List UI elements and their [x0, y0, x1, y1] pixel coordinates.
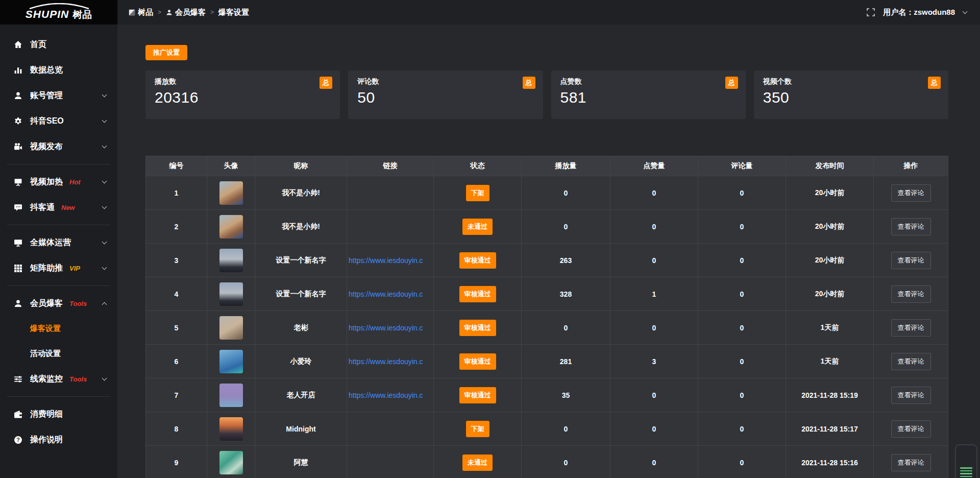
stat-card-comments: 评论数 50 总	[348, 70, 543, 119]
view-comments-button[interactable]: 查看评论	[891, 319, 931, 337]
table-row: 8Midnight下架0002021-11-28 15:17查看评论	[146, 412, 948, 445]
view-comments-button[interactable]: 查看评论	[891, 454, 931, 471]
column-header: 发布时间	[786, 156, 874, 176]
status-button[interactable]: 未通过	[462, 219, 493, 235]
user-icon	[13, 91, 22, 100]
avatar-cell	[207, 244, 255, 277]
vip-badge: VIP	[69, 265, 80, 272]
stat-card-plays: 播放数 20316 总	[145, 70, 340, 119]
column-header: 播放量	[522, 156, 610, 176]
plays-cell: 0	[522, 210, 610, 243]
status-button[interactable]: 下架	[466, 185, 489, 201]
action-cell: 查看评论	[874, 446, 948, 478]
fullscreen-icon[interactable]	[867, 8, 875, 16]
status-button[interactable]: 审核通过	[459, 320, 496, 336]
sidebar-item-matrix-boost[interactable]: 矩阵助推 VIP	[0, 255, 117, 281]
view-comments-button[interactable]: 查看评论	[891, 353, 931, 370]
plays-cell: 328	[522, 277, 610, 310]
sidebar-item-omni-media[interactable]: 全媒体运营	[0, 230, 117, 255]
status-button[interactable]: 审核通过	[459, 387, 496, 403]
row-number-cell: 6	[146, 345, 207, 378]
widget-bar	[960, 476, 972, 477]
avatar	[219, 384, 243, 407]
plays-cell: 0	[522, 446, 610, 478]
sidebar-subitem-baoke-settings[interactable]: 爆客设置	[0, 316, 117, 341]
breadcrumb-item-member[interactable]: 会员爆客	[166, 8, 206, 17]
likes-cell: 0	[610, 311, 698, 344]
view-comments-button[interactable]: 查看评论	[891, 285, 931, 303]
sidebar-divider	[7, 396, 110, 397]
likes-cell: 1	[610, 277, 698, 310]
link-cell: https://www.iesdouyin.c	[347, 345, 434, 378]
table-body: 1我不是小帅!下架00020小时前查看评论2我不是小帅!未通过00020小时前查…	[146, 176, 948, 478]
status-button[interactable]: 审核通过	[459, 353, 496, 370]
publish-time-cell: 20小时前	[786, 176, 874, 209]
status-button[interactable]: 审核通过	[459, 286, 496, 302]
video-link[interactable]: https://www.iesdouyin.c	[349, 324, 423, 332]
column-header: 评论量	[698, 156, 786, 176]
sidebar-item-video-publish[interactable]: 视频发布	[0, 134, 117, 159]
sidebar-item-doketong[interactable]: 抖客通 New	[0, 195, 117, 220]
row-number-cell: 8	[146, 412, 207, 445]
sidebar-item-data-overview[interactable]: 数据总览	[0, 57, 117, 83]
status-button[interactable]: 审核通过	[459, 252, 496, 269]
promotion-settings-button[interactable]: 推广设置	[145, 45, 187, 60]
chevron-down-icon[interactable]	[963, 9, 968, 14]
view-comments-button[interactable]: 查看评论	[891, 387, 931, 404]
video-link[interactable]: https://www.iesdouyin.c	[349, 357, 423, 366]
stat-value: 50	[357, 89, 533, 106]
nickname-cell: 设置一个新名字	[255, 277, 347, 310]
bar-chart-icon	[13, 66, 22, 75]
username[interactable]: 用户名：zswodun88	[883, 8, 955, 17]
sidebar-item-home[interactable]: 首页	[0, 32, 117, 57]
sidebar-item-member-baoke[interactable]: 会员爆客 Tools	[0, 291, 117, 316]
chevron-down-icon	[102, 204, 107, 209]
link-cell	[347, 176, 434, 209]
action-cell: 查看评论	[874, 345, 948, 378]
user-icon	[166, 9, 173, 16]
row-number-cell: 9	[146, 446, 207, 478]
view-comments-button[interactable]: 查看评论	[891, 252, 931, 269]
comments-cell: 0	[698, 244, 786, 277]
publish-time-cell: 1天前	[786, 345, 874, 378]
column-header: 操作	[874, 156, 948, 176]
top-header: SHUPIN 树品 树品 > 会员爆客 > 爆客设置 用户名：zswodun88	[0, 0, 980, 25]
total-badge: 总	[320, 77, 332, 89]
view-comments-button[interactable]: 查看评论	[891, 184, 931, 202]
video-link[interactable]: https://www.iesdouyin.c	[349, 290, 423, 298]
avatar-cell	[207, 277, 255, 310]
header-right: 用户名：zswodun88	[867, 8, 980, 17]
view-comments-button[interactable]: 查看评论	[891, 420, 931, 438]
comments-cell: 0	[698, 210, 786, 243]
status-button[interactable]: 未通过	[462, 455, 493, 471]
widget-bar	[960, 473, 972, 474]
floating-widget[interactable]	[955, 444, 977, 478]
status-button[interactable]: 下架	[466, 421, 489, 437]
logo[interactable]: SHUPIN 树品	[0, 0, 117, 25]
sidebar-subitem-activity-settings[interactable]: 活动设置	[0, 341, 117, 366]
sidebar-item-consumption-details[interactable]: 消费明细	[0, 401, 117, 427]
link-cell: https://www.iesdouyin.c	[347, 244, 434, 277]
table-row: 6小爱玲https://www.iesdouyin.c审核通过281301天前查…	[146, 344, 948, 378]
avatar	[219, 316, 243, 340]
view-comments-button[interactable]: 查看评论	[891, 218, 931, 235]
likes-cell: 0	[610, 378, 698, 412]
screen-icon	[13, 178, 22, 186]
status-cell: 下架	[434, 412, 522, 445]
widget-bar	[960, 467, 972, 469]
sliders-icon	[13, 375, 22, 384]
sidebar-item-instructions[interactable]: ? 操作说明	[0, 427, 117, 452]
sidebar-item-douyin-seo[interactable]: 抖音SEO	[0, 108, 117, 134]
breadcrumb-item-home[interactable]: 树品	[129, 8, 153, 17]
sidebar-item-account-management[interactable]: 账号管理	[0, 83, 117, 108]
row-number-cell: 4	[146, 277, 207, 310]
column-header: 编号	[146, 156, 207, 176]
sidebar: 首页 数据总览 账号管理 抖音SEO 视频发布 视频加热 Hot 抖客通 New…	[0, 25, 117, 478]
sidebar-item-lead-monitor[interactable]: 线索监控 Tools	[0, 366, 117, 392]
nickname-cell: 我不是小帅!	[255, 210, 347, 243]
avatar	[219, 282, 243, 306]
table-row: 5老彬https://www.iesdouyin.c审核通过0001天前查看评论	[146, 310, 948, 344]
video-link[interactable]: https://www.iesdouyin.c	[349, 391, 423, 399]
video-link[interactable]: https://www.iesdouyin.c	[349, 256, 423, 265]
sidebar-item-video-heating[interactable]: 视频加热 Hot	[0, 169, 117, 195]
